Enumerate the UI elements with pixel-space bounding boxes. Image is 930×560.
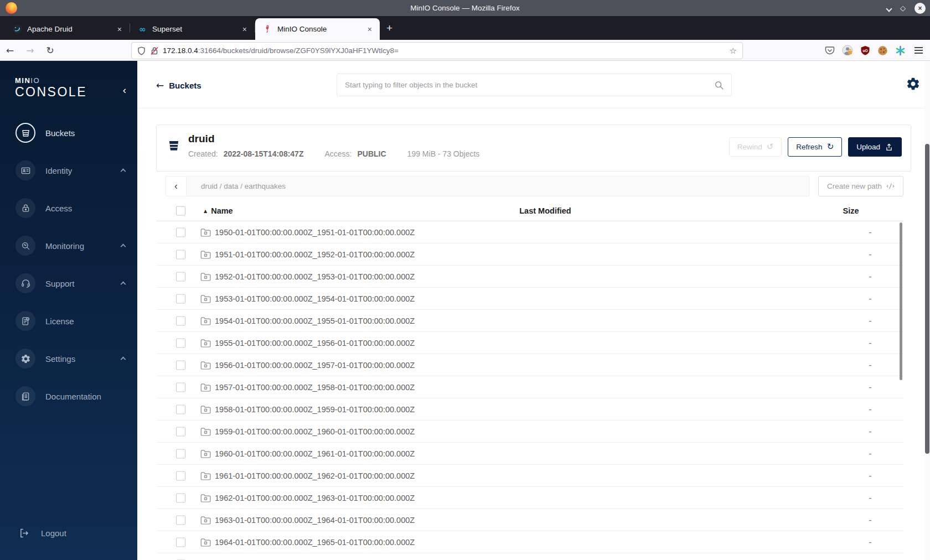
- row-checkbox[interactable]: [176, 449, 185, 458]
- row-checkbox[interactable]: [176, 360, 185, 370]
- row-checkbox[interactable]: [176, 493, 185, 502]
- object-name[interactable]: 1959-01-01T00:00:00.000Z_1960-01-01T00:0…: [215, 421, 671, 443]
- row-checkbox[interactable]: [176, 316, 185, 325]
- tab-close-icon[interactable]: ×: [240, 24, 249, 35]
- object-name[interactable]: 1956-01-01T00:00:00.000Z_1957-01-01T00:0…: [215, 354, 671, 376]
- sidebar-item-license[interactable]: License: [0, 302, 137, 340]
- path-back-button[interactable]: ‹: [166, 177, 187, 196]
- rewind-button[interactable]: Rewind↺: [729, 137, 782, 157]
- table-row[interactable]: 1961-01-01T00:00:00.000Z_1962-01-01T00:0…: [156, 465, 903, 487]
- settings-gear-icon[interactable]: [906, 76, 921, 91]
- object-name[interactable]: 1958-01-01T00:00:00.000Z_1959-01-01T00:0…: [215, 398, 671, 421]
- table-row[interactable]: 1965-01-01T00:00:00.000Z_1966-01-01T00:0…: [156, 553, 903, 560]
- row-checkbox[interactable]: [176, 471, 185, 480]
- row-checkbox[interactable]: [176, 272, 185, 281]
- chevron-up-icon[interactable]: [121, 356, 126, 362]
- table-row[interactable]: 1954-01-01T00:00:00.000Z_1955-01-01T00:0…: [156, 310, 903, 332]
- tab-close-icon[interactable]: ×: [365, 24, 374, 35]
- row-checkbox[interactable]: [176, 405, 185, 414]
- window-close-button[interactable]: ×: [914, 3, 926, 14]
- object-name[interactable]: 1957-01-01T00:00:00.000Z_1958-01-01T00:0…: [215, 376, 671, 398]
- table-row[interactable]: 1956-01-01T00:00:00.000Z_1957-01-01T00:0…: [156, 354, 903, 376]
- url-text[interactable]: 172.18.0.4:31664/buckets/druid/browse/ZG…: [163, 46, 730, 55]
- sidebar-item-settings[interactable]: Settings: [0, 340, 137, 377]
- row-checkbox[interactable]: [176, 338, 185, 348]
- tab-apache-druid[interactable]: Apache Druid ×: [5, 18, 130, 40]
- size-column-header[interactable]: Size: [843, 206, 859, 215]
- object-name[interactable]: 1961-01-01T00:00:00.000Z_1962-01-01T00:0…: [215, 465, 671, 487]
- last-modified-column-header[interactable]: Last Modified: [519, 206, 571, 215]
- filter-objects-search[interactable]: [337, 74, 732, 96]
- ublock-origin-icon[interactable]: uO: [860, 45, 870, 55]
- search-input[interactable]: [337, 81, 714, 89]
- tab-minio-console[interactable]: MinIO Console ×: [255, 18, 380, 40]
- table-scrollbar[interactable]: [900, 222, 902, 380]
- breadcrumb[interactable]: druid / data / earthquakes: [201, 182, 286, 190]
- table-row[interactable]: 1957-01-01T00:00:00.000Z_1958-01-01T00:0…: [156, 376, 903, 398]
- table-row[interactable]: 1958-01-01T00:00:00.000Z_1959-01-01T00:0…: [156, 398, 903, 421]
- object-name[interactable]: 1953-01-01T00:00:00.000Z_1954-01-01T00:0…: [215, 288, 671, 310]
- bookmark-star-icon[interactable]: ☆: [730, 46, 737, 56]
- object-name[interactable]: 1963-01-01T00:00:00.000Z_1964-01-01T00:0…: [215, 509, 671, 531]
- object-name[interactable]: 1954-01-01T00:00:00.000Z_1955-01-01T00:0…: [215, 310, 671, 332]
- sidebar-item-logout[interactable]: Logout: [0, 514, 137, 552]
- row-checkbox[interactable]: [176, 250, 185, 259]
- table-row[interactable]: 1964-01-01T00:00:00.000Z_1965-01-01T00:0…: [156, 531, 903, 553]
- sidebar-item-support[interactable]: Support: [0, 265, 137, 302]
- row-checkbox[interactable]: [176, 427, 185, 436]
- cookie-extension-icon[interactable]: [877, 45, 888, 56]
- row-checkbox[interactable]: [176, 382, 185, 392]
- table-row[interactable]: 1953-01-01T00:00:00.000Z_1954-01-01T00:0…: [156, 288, 903, 310]
- account-containers-extension-icon[interactable]: [842, 45, 853, 56]
- tab-close-icon[interactable]: ×: [115, 24, 124, 35]
- chevron-up-icon[interactable]: [121, 168, 126, 174]
- object-name[interactable]: 1950-01-01T00:00:00.000Z_1951-01-01T00:0…: [215, 221, 671, 243]
- window-maximize-button[interactable]: ◇: [900, 4, 906, 12]
- table-row[interactable]: 1952-01-01T00:00:00.000Z_1953-01-01T00:0…: [156, 266, 903, 288]
- shield-icon[interactable]: [137, 46, 146, 55]
- window-minimize-button[interactable]: [887, 3, 891, 13]
- sidebar-collapse-icon[interactable]: ‹: [123, 84, 126, 96]
- object-name[interactable]: 1955-01-01T00:00:00.000Z_1956-01-01T00:0…: [215, 332, 671, 354]
- object-name[interactable]: 1952-01-01T00:00:00.000Z_1953-01-01T00:0…: [215, 266, 671, 288]
- asterisk-extension-icon[interactable]: [895, 45, 906, 56]
- row-checkbox[interactable]: [176, 515, 185, 525]
- insecure-lock-icon[interactable]: [151, 46, 158, 55]
- object-name[interactable]: 1951-01-01T00:00:00.000Z_1952-01-01T00:0…: [215, 243, 671, 266]
- upload-button[interactable]: Upload: [848, 137, 902, 157]
- forward-button[interactable]: →: [20, 45, 40, 56]
- table-row[interactable]: 1955-01-01T00:00:00.000Z_1956-01-01T00:0…: [156, 332, 903, 354]
- menu-hamburger-icon[interactable]: [913, 45, 924, 55]
- row-checkbox[interactable]: [176, 537, 185, 547]
- chevron-up-icon[interactable]: [121, 281, 126, 287]
- chevron-up-icon[interactable]: [121, 243, 126, 249]
- object-name[interactable]: 1965-01-01T00:00:00.000Z_1966-01-01T00:0…: [215, 553, 671, 560]
- object-name[interactable]: 1960-01-01T00:00:00.000Z_1961-01-01T00:0…: [215, 443, 671, 465]
- url-bar[interactable]: 172.18.0.4:31664/buckets/druid/browse/ZG…: [131, 42, 743, 59]
- buckets-back-link[interactable]: ← Buckets: [156, 80, 202, 91]
- table-row[interactable]: 1962-01-01T00:00:00.000Z_1963-01-01T00:0…: [156, 487, 903, 509]
- sidebar-item-buckets[interactable]: Buckets: [0, 114, 137, 152]
- table-row[interactable]: 1959-01-01T00:00:00.000Z_1960-01-01T00:0…: [156, 421, 903, 443]
- sidebar-item-access[interactable]: Access: [0, 189, 137, 227]
- sidebar-item-documentation[interactable]: Documentation: [0, 377, 137, 415]
- create-new-path-button[interactable]: Create new path: [818, 176, 903, 196]
- sidebar-item-monitoring[interactable]: Monitoring: [0, 227, 137, 265]
- select-all-checkbox[interactable]: [176, 206, 185, 215]
- reload-button[interactable]: ↻: [40, 45, 60, 56]
- table-row[interactable]: 1950-01-01T00:00:00.000Z_1951-01-01T00:0…: [156, 221, 903, 243]
- object-name[interactable]: 1964-01-01T00:00:00.000Z_1965-01-01T00:0…: [215, 531, 671, 553]
- sidebar-item-identity[interactable]: Identity: [0, 152, 137, 189]
- sort-asc-icon[interactable]: ▲: [204, 209, 207, 214]
- row-checkbox[interactable]: [176, 294, 185, 303]
- tab-superset[interactable]: ∞ Superset ×: [130, 18, 255, 40]
- object-name[interactable]: 1962-01-01T00:00:00.000Z_1963-01-01T00:0…: [215, 487, 671, 509]
- page-scrollbar-track[interactable]: [924, 61, 930, 560]
- row-checkbox[interactable]: [176, 227, 185, 237]
- name-column-header[interactable]: Name: [211, 206, 233, 215]
- table-row[interactable]: 1963-01-01T00:00:00.000Z_1964-01-01T00:0…: [156, 509, 903, 531]
- new-tab-button[interactable]: +: [380, 20, 399, 37]
- back-button[interactable]: ←: [0, 45, 20, 56]
- pocket-save-icon[interactable]: [825, 45, 835, 55]
- table-row[interactable]: 1960-01-01T00:00:00.000Z_1961-01-01T00:0…: [156, 443, 903, 465]
